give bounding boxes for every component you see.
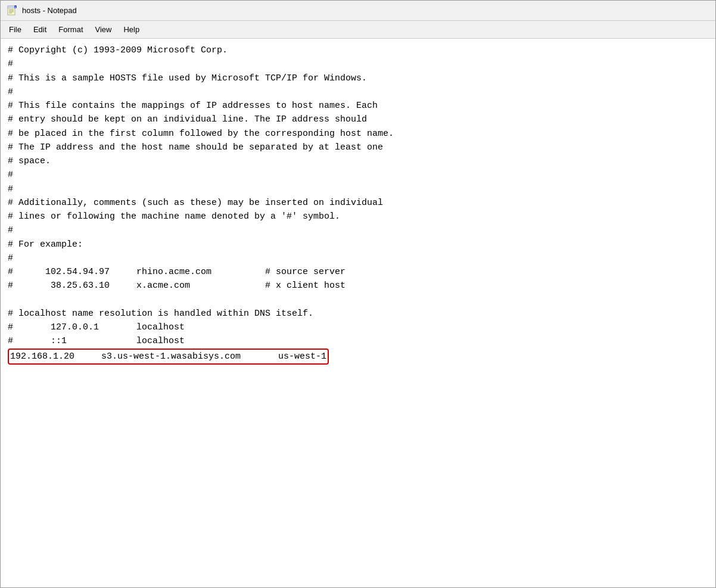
file-content: # Copyright (c) 1993-2009 Microsoft Corp…	[8, 43, 708, 365]
menu-view[interactable]: View	[89, 23, 118, 36]
window-title: hosts - Notepad	[22, 6, 77, 15]
title-bar: N hosts - Notepad	[1, 1, 715, 21]
menu-file[interactable]: File	[3, 23, 27, 36]
menu-bar: File Edit Format View Help	[1, 21, 715, 39]
notepad-window: N hosts - Notepad File Edit Format View …	[0, 0, 716, 588]
svg-text:N: N	[15, 5, 17, 8]
text-editor[interactable]: # Copyright (c) 1993-2009 Microsoft Corp…	[1, 39, 715, 587]
menu-edit[interactable]: Edit	[27, 23, 52, 36]
menu-format[interactable]: Format	[52, 23, 89, 36]
highlighted-entry: 192.168.1.20 s3.us-west-1.wasabisys.com …	[8, 349, 329, 365]
menu-help[interactable]: Help	[117, 23, 145, 36]
notepad-icon: N	[7, 5, 17, 16]
svg-rect-1	[8, 6, 15, 8]
